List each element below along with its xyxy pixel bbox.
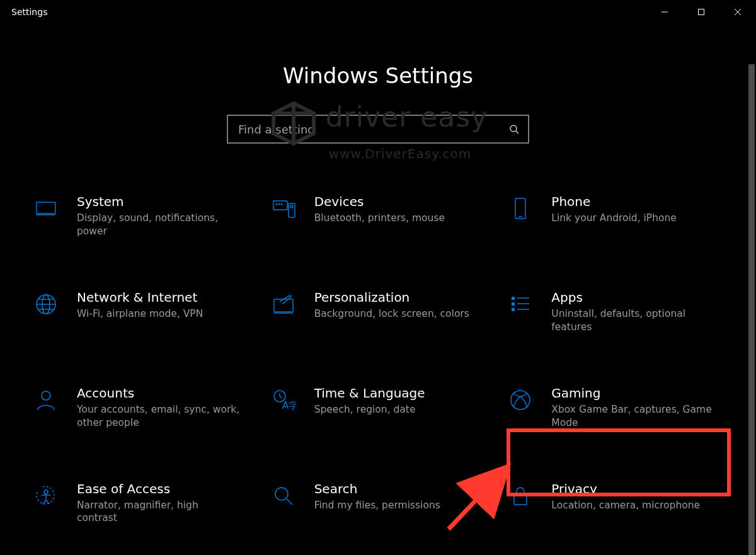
category-title: Devices	[314, 194, 445, 209]
lock-icon	[507, 483, 534, 509]
category-desc: Display, sound, notifications, power	[77, 212, 241, 238]
category-system[interactable]: System Display, sound, notifications, po…	[25, 194, 256, 238]
svg-rect-11	[273, 201, 287, 210]
maximize-button[interactable]	[683, 0, 719, 24]
svg-rect-45	[514, 495, 527, 505]
svg-point-13	[276, 203, 277, 205]
category-search[interactable]: Search Find my files, permissions	[263, 481, 494, 525]
category-title: Ease of Access	[77, 481, 241, 496]
category-gaming[interactable]: Gaming Xbox Game Bar, captures, Game Mod…	[500, 386, 731, 430]
category-desc: Find my files, permissions	[314, 499, 440, 512]
time-language-icon: A字	[270, 387, 297, 413]
category-desc: Your accounts, email, sync, work, other …	[77, 403, 241, 430]
category-grid: System Display, sound, notifications, po…	[25, 194, 731, 525]
category-desc: Speech, region, date	[314, 403, 425, 416]
category-title: Phone	[551, 194, 677, 209]
category-title: Privacy	[551, 481, 700, 496]
category-desc: Wi-Fi, airplane mode, VPN	[77, 307, 203, 321]
category-desc: Narrator, magnifier, high contrast	[77, 499, 241, 525]
svg-point-15	[281, 203, 282, 205]
titlebar: Settings	[0, 0, 756, 24]
personalization-icon	[270, 291, 297, 318]
category-desc: Background, lock screen, colors	[314, 307, 469, 321]
svg-point-32	[42, 391, 50, 400]
svg-rect-26	[512, 297, 515, 300]
svg-point-43	[275, 488, 288, 500]
svg-point-7	[510, 125, 517, 132]
category-title: Network & Internet	[77, 290, 203, 305]
phone-icon	[507, 195, 534, 222]
search-box[interactable]	[227, 115, 529, 144]
svg-point-38	[44, 490, 48, 494]
svg-rect-1	[699, 9, 704, 15]
svg-rect-30	[512, 308, 515, 311]
search-input[interactable]	[237, 122, 509, 137]
devices-icon	[270, 195, 297, 222]
category-title: Apps	[551, 290, 715, 305]
category-phone[interactable]: Phone Link your Android, iPhone	[500, 194, 731, 238]
category-personalization[interactable]: Personalization Background, lock screen,…	[263, 290, 494, 334]
category-desc: Xbox Game Bar, captures, Game Mode	[551, 403, 715, 430]
svg-line-44	[287, 499, 292, 505]
accounts-icon	[33, 387, 59, 413]
category-network[interactable]: Network & Internet Wi-Fi, airplane mode,…	[25, 290, 256, 334]
category-desc: Uninstall, defaults, optional features	[551, 307, 715, 334]
svg-point-14	[278, 203, 280, 205]
scrollbar-thumb[interactable]	[748, 64, 755, 555]
svg-rect-28	[512, 302, 515, 306]
category-accounts[interactable]: Accounts Your accounts, email, sync, wor…	[25, 386, 256, 430]
scrollbar[interactable]	[747, 63, 756, 555]
globe-icon	[33, 291, 59, 318]
window-title: Settings	[11, 7, 47, 17]
minimize-button[interactable]	[646, 0, 683, 24]
window-controls	[646, 0, 756, 24]
category-privacy[interactable]: Privacy Location, camera, microphone	[500, 481, 731, 525]
category-title: System	[77, 194, 241, 209]
svg-rect-9	[37, 202, 55, 214]
category-time-language[interactable]: A字 Time & Language Speech, region, date	[263, 386, 494, 430]
ease-of-access-icon	[33, 483, 59, 509]
content-area: driver easy www.DriverEasy.com Windows S…	[0, 63, 756, 555]
category-title: Accounts	[77, 386, 241, 401]
category-desc: Bluetooth, printers, mouse	[314, 212, 445, 225]
svg-text:A字: A字	[282, 400, 296, 411]
category-apps[interactable]: Apps Uninstall, defaults, optional featu…	[500, 290, 731, 334]
svg-line-8	[516, 131, 518, 134]
close-button[interactable]	[719, 0, 756, 24]
svg-line-41	[43, 500, 46, 504]
xbox-icon	[507, 387, 534, 413]
svg-rect-24	[274, 299, 293, 312]
category-title: Time & Language	[314, 386, 425, 401]
search-icon	[509, 124, 519, 134]
category-title: Personalization	[314, 290, 469, 305]
system-icon	[33, 195, 59, 222]
page-title: Windows Settings	[0, 63, 756, 88]
category-devices[interactable]: Devices Bluetooth, printers, mouse	[263, 194, 494, 238]
category-ease-of-access[interactable]: Ease of Access Narrator, magnifier, high…	[25, 481, 256, 525]
category-title: Search	[314, 481, 440, 496]
category-desc: Link your Android, iPhone	[551, 212, 677, 225]
category-title: Gaming	[551, 386, 715, 401]
svg-point-16	[290, 205, 293, 208]
category-desc: Location, camera, microphone	[551, 499, 700, 512]
search-category-icon	[270, 483, 297, 509]
apps-icon	[507, 291, 534, 318]
svg-line-35	[280, 396, 282, 398]
svg-rect-17	[515, 198, 525, 219]
